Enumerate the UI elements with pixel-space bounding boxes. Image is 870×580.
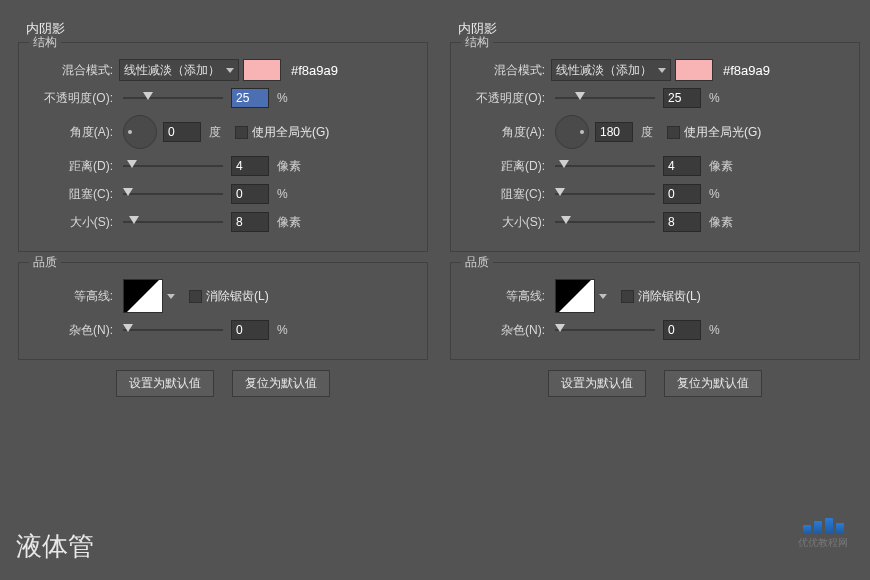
color-swatch[interactable] xyxy=(675,59,713,81)
distance-slider[interactable] xyxy=(123,156,223,176)
opacity-slider[interactable] xyxy=(555,88,655,108)
quality-group: 品质 等高线: 消除锯齿(L) 杂色(N): 0 % xyxy=(450,262,860,360)
structure-group-title: 结构 xyxy=(461,34,493,51)
angle-input[interactable]: 180 xyxy=(595,122,633,142)
opacity-label: 不透明度(O): xyxy=(461,90,551,107)
global-light-checkbox[interactable] xyxy=(235,126,248,139)
chevron-down-icon xyxy=(226,68,234,73)
hex-code: #f8a9a9 xyxy=(723,63,770,78)
hex-code: #f8a9a9 xyxy=(291,63,338,78)
distance-slider[interactable] xyxy=(555,156,655,176)
angle-label: 角度(A): xyxy=(461,124,551,141)
choke-unit: % xyxy=(709,187,720,201)
size-label: 大小(S): xyxy=(29,214,119,231)
opacity-input[interactable]: 25 xyxy=(231,88,269,108)
reset-default-button[interactable]: 复位为默认值 xyxy=(232,370,330,397)
watermark-logo xyxy=(803,518,844,534)
distance-input[interactable]: 4 xyxy=(231,156,269,176)
size-input[interactable]: 8 xyxy=(231,212,269,232)
chevron-down-icon xyxy=(167,294,175,299)
noise-unit: % xyxy=(277,323,288,337)
opacity-label: 不透明度(O): xyxy=(29,90,119,107)
angle-dial[interactable] xyxy=(123,115,157,149)
noise-unit: % xyxy=(709,323,720,337)
global-light-label: 使用全局光(G) xyxy=(684,124,761,141)
angle-input[interactable]: 0 xyxy=(163,122,201,142)
noise-slider[interactable] xyxy=(555,320,655,340)
inner-shadow-panel-left: 内阴影 结构 混合模式: 线性减淡（添加） #f8a9a9 不透明度(O): 2… xyxy=(18,20,428,560)
structure-group: 结构 混合模式: 线性减淡（添加） #f8a9a9 不透明度(O): 25 % … xyxy=(450,42,860,252)
distance-label: 距离(D): xyxy=(461,158,551,175)
contour-label: 等高线: xyxy=(461,288,551,305)
distance-unit: 像素 xyxy=(709,158,733,175)
angle-unit: 度 xyxy=(641,124,653,141)
noise-label: 杂色(N): xyxy=(29,322,119,339)
quality-group-title: 品质 xyxy=(461,254,493,271)
antialias-checkbox[interactable] xyxy=(189,290,202,303)
angle-label: 角度(A): xyxy=(29,124,119,141)
panel-title: 内阴影 xyxy=(18,20,428,38)
angle-unit: 度 xyxy=(209,124,221,141)
choke-unit: % xyxy=(277,187,288,201)
blend-mode-select[interactable]: 线性减淡（添加） xyxy=(551,59,671,81)
noise-input[interactable]: 0 xyxy=(663,320,701,340)
size-unit: 像素 xyxy=(277,214,301,231)
choke-label: 阻塞(C): xyxy=(461,186,551,203)
size-unit: 像素 xyxy=(709,214,733,231)
contour-label: 等高线: xyxy=(29,288,119,305)
structure-group: 结构 混合模式: 线性减淡（添加） #f8a9a9 不透明度(O): 25 % … xyxy=(18,42,428,252)
footer-caption: 液体管 xyxy=(16,529,94,564)
size-label: 大小(S): xyxy=(461,214,551,231)
reset-default-button[interactable]: 复位为默认值 xyxy=(664,370,762,397)
opacity-slider[interactable] xyxy=(123,88,223,108)
size-input[interactable]: 8 xyxy=(663,212,701,232)
antialias-label: 消除锯齿(L) xyxy=(638,288,701,305)
antialias-checkbox[interactable] xyxy=(621,290,634,303)
choke-slider[interactable] xyxy=(123,184,223,204)
antialias-label: 消除锯齿(L) xyxy=(206,288,269,305)
blend-mode-label: 混合模式: xyxy=(29,62,119,79)
blend-mode-label: 混合模式: xyxy=(461,62,551,79)
choke-input[interactable]: 0 xyxy=(231,184,269,204)
color-swatch[interactable] xyxy=(243,59,281,81)
make-default-button[interactable]: 设置为默认值 xyxy=(548,370,646,397)
make-default-button[interactable]: 设置为默认值 xyxy=(116,370,214,397)
contour-picker[interactable] xyxy=(123,279,163,313)
panel-title: 内阴影 xyxy=(450,20,860,38)
noise-input[interactable]: 0 xyxy=(231,320,269,340)
quality-group: 品质 等高线: 消除锯齿(L) 杂色(N): 0 % xyxy=(18,262,428,360)
size-slider[interactable] xyxy=(123,212,223,232)
noise-slider[interactable] xyxy=(123,320,223,340)
choke-slider[interactable] xyxy=(555,184,655,204)
chevron-down-icon xyxy=(599,294,607,299)
size-slider[interactable] xyxy=(555,212,655,232)
chevron-down-icon xyxy=(658,68,666,73)
distance-input[interactable]: 4 xyxy=(663,156,701,176)
distance-unit: 像素 xyxy=(277,158,301,175)
watermark: 优优教程网 xyxy=(798,518,848,550)
contour-picker[interactable] xyxy=(555,279,595,313)
global-light-label: 使用全局光(G) xyxy=(252,124,329,141)
global-light-checkbox[interactable] xyxy=(667,126,680,139)
inner-shadow-panel-right: 内阴影 结构 混合模式: 线性减淡（添加） #f8a9a9 不透明度(O): 2… xyxy=(450,20,860,560)
blend-mode-select[interactable]: 线性减淡（添加） xyxy=(119,59,239,81)
distance-label: 距离(D): xyxy=(29,158,119,175)
choke-label: 阻塞(C): xyxy=(29,186,119,203)
structure-group-title: 结构 xyxy=(29,34,61,51)
watermark-text: 优优教程网 xyxy=(798,536,848,550)
noise-label: 杂色(N): xyxy=(461,322,551,339)
opacity-unit: % xyxy=(709,91,720,105)
choke-input[interactable]: 0 xyxy=(663,184,701,204)
angle-dial[interactable] xyxy=(555,115,589,149)
opacity-input[interactable]: 25 xyxy=(663,88,701,108)
quality-group-title: 品质 xyxy=(29,254,61,271)
opacity-unit: % xyxy=(277,91,288,105)
